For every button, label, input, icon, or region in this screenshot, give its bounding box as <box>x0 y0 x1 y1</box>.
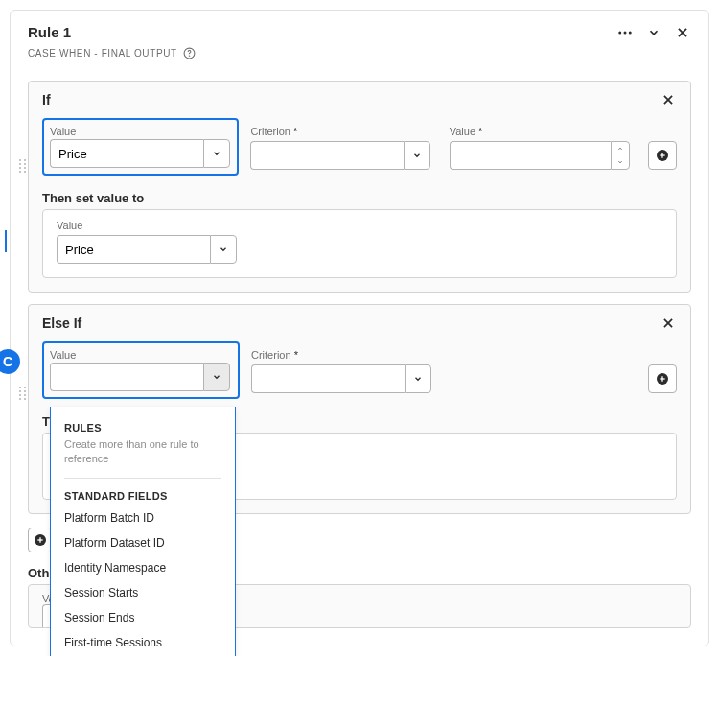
if-criterion-select[interactable] <box>250 141 437 170</box>
more-icon[interactable] <box>616 24 634 41</box>
dropdown-item[interactable]: Platform Batch ID <box>51 505 235 530</box>
elseif-title: Else If <box>42 316 81 331</box>
svg-point-2 <box>618 32 621 35</box>
if-title: If <box>42 92 51 107</box>
add-condition-button[interactable] <box>648 364 677 393</box>
dropdown-item[interactable]: First-time Sessions <box>51 630 235 655</box>
rule-subtitle: CASE WHEN - FINAL OUTPUT <box>28 46 197 59</box>
if-section: If Value <box>28 81 691 293</box>
rule-title: Rule 1 <box>28 24 197 40</box>
if-criterion-label: Criterion <box>250 126 437 137</box>
if-section-header: If <box>29 82 690 110</box>
dropdown-item[interactable]: Session Starts <box>51 580 235 605</box>
remove-elseif-icon[interactable] <box>660 315 677 332</box>
if-value-highlight: Value <box>42 118 239 176</box>
if-then-value-input[interactable] <box>57 235 210 264</box>
if-value-label: Value <box>50 126 231 137</box>
rule-card-body: C If Value <box>11 81 708 646</box>
if-value-select[interactable] <box>50 139 231 168</box>
elseif-criterion-label: Criterion <box>251 349 439 361</box>
elseif-criterion-select[interactable] <box>251 364 439 393</box>
if-value2-input[interactable] <box>450 141 611 170</box>
drag-handle-icon[interactable] <box>19 387 27 400</box>
drag-handle-icon[interactable] <box>19 159 27 173</box>
if-then-value-select[interactable] <box>57 235 244 264</box>
chevron-down-icon[interactable] <box>404 141 430 170</box>
svg-point-1 <box>189 55 190 56</box>
dropdown-item[interactable]: Identity Namespace <box>51 555 235 580</box>
if-value-input[interactable] <box>50 139 203 168</box>
add-condition-button[interactable] <box>648 141 677 170</box>
annotation-connector <box>5 230 7 252</box>
rule-header-actions <box>616 24 691 41</box>
chevron-down-icon[interactable] <box>203 139 230 168</box>
chevron-down-icon[interactable] <box>203 363 230 391</box>
rule-card-header: Rule 1 CASE WHEN - FINAL OUTPUT <box>11 11 708 69</box>
help-icon[interactable] <box>183 46 197 59</box>
elseif-value-highlight: Value RULES Create more than one rule to… <box>42 341 240 399</box>
value-dropdown: RULES Create more than one rule to refer… <box>50 407 236 656</box>
svg-point-4 <box>629 32 632 35</box>
dropdown-item[interactable]: Session Ends <box>51 605 235 630</box>
chevron-down-icon[interactable] <box>405 364 431 393</box>
collapse-icon[interactable] <box>645 24 662 41</box>
remove-if-icon[interactable] <box>660 91 677 108</box>
if-then-value-label: Value <box>57 220 244 231</box>
stepper-up-icon[interactable] <box>612 142 629 155</box>
rule-subtitle-text: CASE WHEN - FINAL OUTPUT <box>28 48 177 59</box>
elseif-value-label: Value <box>50 349 232 361</box>
elseif-criterion-input[interactable] <box>251 364 405 393</box>
if-criterion-input[interactable] <box>250 141 404 170</box>
svg-point-3 <box>624 32 627 35</box>
elseif-value-input[interactable] <box>50 363 203 391</box>
rule-card: Rule 1 CASE WHEN - FINAL OUTPUT C <box>10 10 709 646</box>
dropdown-item[interactable]: Platform Dataset ID <box>51 530 235 555</box>
annotation-badge-c: C <box>0 349 20 374</box>
dropdown-standard-heading: STANDARD FIELDS <box>51 486 235 505</box>
dropdown-item[interactable]: Return Sessions <box>51 655 235 656</box>
if-value2-stepper[interactable] <box>450 141 637 170</box>
close-icon[interactable] <box>674 24 691 41</box>
elseif-section: Else If Value <box>28 304 691 514</box>
stepper-down-icon[interactable] <box>612 155 629 169</box>
if-value2-label: Value <box>450 126 637 137</box>
elseif-value-select[interactable] <box>50 363 232 391</box>
dropdown-rules-heading: RULES <box>51 418 235 437</box>
if-then-title: Then set value to <box>42 191 677 205</box>
elseif-section-header: Else If <box>29 305 690 334</box>
chevron-down-icon[interactable] <box>210 235 237 264</box>
dropdown-rules-sub: Create more than one rule to reference <box>51 437 235 474</box>
